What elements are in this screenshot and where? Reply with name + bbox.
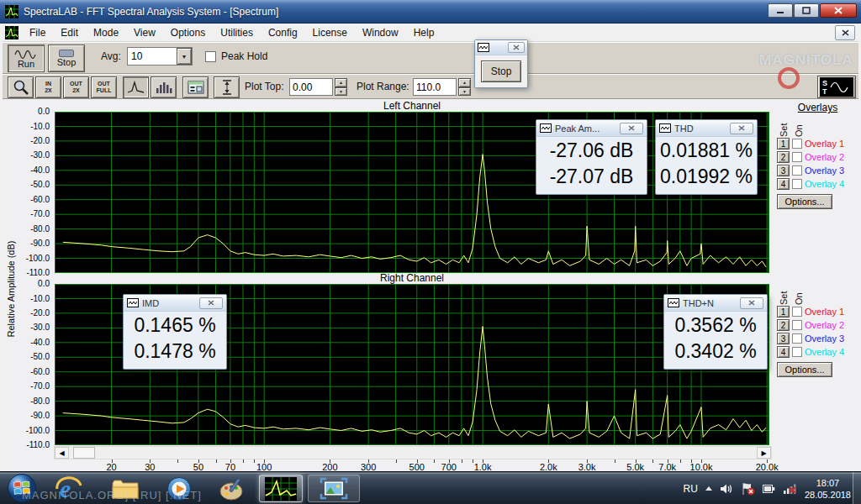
scrollbar-thumb[interactable] <box>73 447 95 459</box>
line-plot-mode-button[interactable] <box>123 76 149 98</box>
zoom-button[interactable] <box>8 76 34 98</box>
tray-time: 18:07 <box>805 477 851 489</box>
overlay-label: Overlay 2 <box>805 152 844 162</box>
overlay-on-checkbox-2[interactable] <box>792 152 802 162</box>
overlay-on-checkbox-4[interactable] <box>792 179 802 189</box>
x-tick-mark <box>615 459 615 463</box>
spectralab-taskbar-button[interactable] <box>259 475 303 502</box>
y-tick-label: -80.0 <box>13 396 50 406</box>
stop-button[interactable]: Stop <box>48 45 85 72</box>
y-tick-label: -20.0 <box>13 136 50 145</box>
bars-icon <box>155 80 173 95</box>
thd-n-window[interactable]: THD+N 0.3562 % 0.3402 % <box>663 294 768 370</box>
overlay-on-checkbox-4[interactable] <box>792 347 802 357</box>
zoom-in-2x-button[interactable]: IN 2X <box>35 76 61 98</box>
plot-range-spinner[interactable]: ▲▼ <box>458 78 471 96</box>
imd-close-icon[interactable] <box>199 297 223 309</box>
x-tick-mark <box>177 459 178 463</box>
stop-dialog-close-icon[interactable] <box>508 42 525 53</box>
plot-range-input[interactable] <box>413 78 457 96</box>
scroll-left-icon[interactable]: ◀ <box>55 447 69 459</box>
menu-item-window[interactable]: Window <box>355 24 406 41</box>
overlay-set-button-2[interactable]: 2 <box>777 151 790 163</box>
file-explorer-button[interactable] <box>111 477 140 503</box>
dropdown-arrow-icon[interactable]: ▼ <box>177 48 192 65</box>
overlay-row: 3Overlay 3 <box>777 332 858 345</box>
scroll-right-icon[interactable]: ▶ <box>757 447 771 459</box>
overlay-on-checkbox-3[interactable] <box>792 165 802 176</box>
zoom-out-full-button[interactable]: OUT FULL <box>91 76 117 98</box>
menu-item-help[interactable]: Help <box>406 24 442 41</box>
peak-amplitude-close-icon[interactable] <box>620 123 643 134</box>
peak-hold-checkbox[interactable] <box>205 51 216 62</box>
plot-top-input[interactable] <box>289 78 333 96</box>
run-label: Run <box>18 59 34 69</box>
stop-dialog[interactable]: Stop <box>474 39 528 88</box>
volume-icon[interactable] <box>720 483 733 495</box>
thd-window[interactable]: THD 0.01881 % 0.01992 % <box>655 119 758 195</box>
autoscale-button[interactable] <box>214 76 240 98</box>
menu-item-mode[interactable]: Mode <box>86 24 126 41</box>
photo-viewer-taskbar-button[interactable] <box>308 475 360 502</box>
minimize-button[interactable] <box>768 3 793 18</box>
overlay-rows: 1Overlay 12Overlay 23Overlay 34Overlay 4 <box>777 137 858 191</box>
mdi-close-icon[interactable] <box>835 25 855 40</box>
maximize-button[interactable] <box>794 3 819 18</box>
stop-dialog-titlebar[interactable] <box>475 40 527 55</box>
plot-top-spinner[interactable]: ▲▼ <box>335 78 347 96</box>
y-tick-label: -80.0 <box>13 224 50 234</box>
menu-item-license[interactable]: License <box>305 24 355 41</box>
overlay-set-button-4[interactable]: 4 <box>777 346 790 358</box>
media-player-button[interactable] <box>166 476 192 504</box>
battery-icon[interactable] <box>763 484 775 494</box>
paint-palette-icon <box>219 476 246 501</box>
title-bar[interactable]: SpectraLAB - FFT Spectral Analysis Syste… <box>0 0 861 24</box>
thd-n-close-icon[interactable] <box>740 297 763 309</box>
menu-item-options[interactable]: Options <box>163 24 213 41</box>
overlay-on-checkbox-3[interactable] <box>792 333 802 344</box>
overlay-set-button-3[interactable]: 3 <box>777 165 790 176</box>
thd-close-icon[interactable] <box>730 123 753 134</box>
internet-explorer-button[interactable]: e <box>55 475 82 504</box>
overlay-on-checkbox-1[interactable] <box>792 139 802 149</box>
y-tick-label: -90.0 <box>13 411 50 420</box>
zoom-out-2x-button[interactable]: OUT 2X <box>63 76 89 98</box>
menu-item-edit[interactable]: Edit <box>53 24 86 41</box>
overlay-set-button-2[interactable]: 2 <box>777 319 790 331</box>
run-button[interactable]: Run <box>8 45 45 72</box>
language-indicator[interactable]: RU <box>684 483 698 495</box>
paint-button[interactable] <box>219 476 246 504</box>
frequency-scrollbar[interactable]: ◀ ▶ <box>54 446 772 459</box>
menu-item-view[interactable]: View <box>126 24 163 41</box>
overlays-options-button[interactable]: Options... <box>777 362 832 377</box>
peak-amplitude-window[interactable]: Peak Am... -27.06 dB -27.07 dB <box>536 119 647 195</box>
y-tick-label: -40.0 <box>13 338 50 347</box>
stop-dialog-button[interactable]: Stop <box>481 60 521 82</box>
tray-date: 28.05.2018 <box>805 489 851 501</box>
signal-generator-button[interactable]: ST <box>817 76 856 98</box>
overlays-options-button[interactable]: Options... <box>777 194 832 209</box>
overlay-on-checkbox-1[interactable] <box>792 307 802 317</box>
clock[interactable]: 18:07 28.05.2018 <box>805 477 851 501</box>
overlay-set-button-4[interactable]: 4 <box>777 178 790 190</box>
menu-item-config[interactable]: Config <box>261 24 305 41</box>
y-tick-label: -30.0 <box>13 323 50 332</box>
show-desktop-button[interactable] <box>853 472 861 504</box>
menu-item-utilities[interactable]: Utilities <box>213 24 261 41</box>
overlay-set-button-1[interactable]: 1 <box>777 306 790 318</box>
network-icon[interactable] <box>783 483 797 495</box>
overlay-set-button-1[interactable]: 1 <box>777 138 790 150</box>
close-button[interactable] <box>820 3 857 18</box>
imd-window[interactable]: IMD 0.1465 % 0.1478 % <box>123 294 227 370</box>
overlay-set-button-3[interactable]: 3 <box>777 333 790 344</box>
start-button[interactable] <box>7 473 37 504</box>
show-hidden-icons-icon[interactable] <box>705 486 712 491</box>
menu-item-file[interactable]: File <box>22 24 53 41</box>
overlay-on-checkbox-2[interactable] <box>792 320 802 330</box>
spectrum-curve-icon <box>127 80 145 95</box>
bar-plot-mode-button[interactable] <box>151 76 177 98</box>
avg-dropdown[interactable]: 10 ▼ <box>127 47 193 66</box>
display-options-button[interactable] <box>182 76 209 98</box>
y-tick-label: -20.0 <box>13 308 50 318</box>
action-center-flag-icon[interactable] <box>741 482 755 496</box>
